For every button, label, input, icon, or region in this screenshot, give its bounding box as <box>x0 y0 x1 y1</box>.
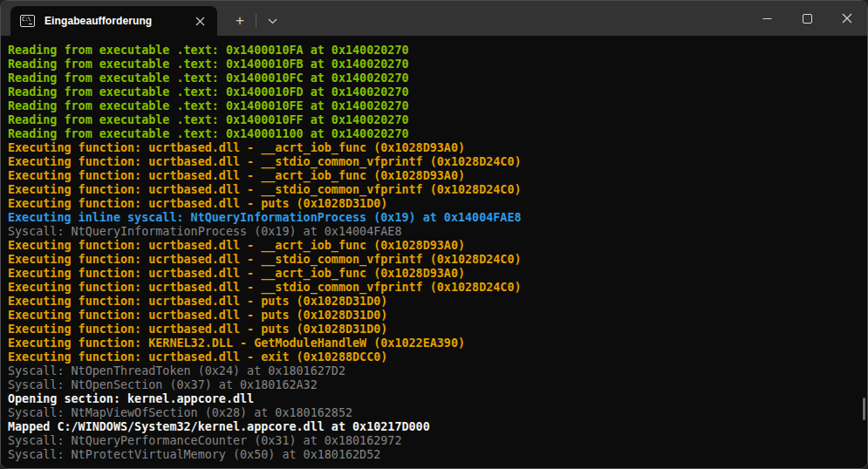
command-prompt-icon-cursor <box>29 24 32 25</box>
terminal-line: Syscall: NtQueryInformationProcess (0x19… <box>8 225 860 239</box>
terminal-line: Executing function: ucrtbased.dll - exit… <box>8 350 860 364</box>
terminal-line: Executing function: ucrtbased.dll - __st… <box>8 183 860 197</box>
close-button[interactable] <box>827 1 867 36</box>
terminal-line: Syscall: NtMapViewOfSection (0x28) at 0x… <box>8 406 860 420</box>
minimize-button[interactable] <box>747 1 787 36</box>
terminal-line: Reading from executable .text: 0x1400010… <box>8 113 860 127</box>
command-prompt-icon: C:\ <box>20 15 35 27</box>
terminal-line: Executing function: ucrtbased.dll - __st… <box>8 281 860 295</box>
title-bar[interactable]: C:\ Eingabeaufforderung + <box>1 1 867 36</box>
terminal-line: Executing function: ucrtbased.dll - puts… <box>8 197 860 211</box>
terminal-line: Syscall: NtOpenThreadToken (0x24) at 0x1… <box>8 364 860 378</box>
maximize-button[interactable] <box>787 1 827 36</box>
close-icon <box>842 13 852 24</box>
terminal-line: Executing function: ucrtbased.dll - puts… <box>8 323 860 336</box>
terminal-line: Executing function: ucrtbased.dll - puts… <box>8 295 860 309</box>
terminal-line: Executing function: ucrtbased.dll - __st… <box>8 155 860 169</box>
terminal-line: Reading from executable .text: 0x1400010… <box>8 44 860 58</box>
terminal-line: Syscall: NtProtectVirtualMemory (0x50) a… <box>8 448 860 462</box>
tab-close-icon[interactable] <box>189 10 210 31</box>
terminal-line: Reading from executable .text: 0x1400010… <box>8 58 860 71</box>
tab-bar-separator <box>256 14 256 28</box>
terminal-line: Executing inline syscall: NtQueryInforma… <box>8 211 860 225</box>
terminal-line: Syscall: NtOpenSection (0x37) at 0x18016… <box>8 378 860 392</box>
terminal-window: C:\ Eingabeaufforderung + <box>0 0 868 469</box>
terminal-line: Reading from executable .text: 0x1400011… <box>8 127 860 141</box>
terminal-line: Executing function: KERNEL32.DLL - GetMo… <box>8 336 860 350</box>
new-tab-button[interactable]: + <box>226 9 254 33</box>
chevron-down-icon <box>268 18 277 24</box>
command-prompt-icon-text: C:\ <box>22 17 31 23</box>
terminal-line: Executing function: ucrtbased.dll - __st… <box>8 253 860 267</box>
terminal-line: Executing function: ucrtbased.dll - __ac… <box>8 169 860 183</box>
terminal-line: Executing function: ucrtbased.dll - __ac… <box>8 239 860 253</box>
terminal-output[interactable]: Reading from executable .text: 0x1400010… <box>1 36 867 468</box>
terminal-line: Syscall: NtQueryPerformanceCounter (0x31… <box>8 434 860 448</box>
terminal-line: Reading from executable .text: 0x1400010… <box>8 99 860 113</box>
tab-title: Eingabeaufforderung <box>44 15 189 27</box>
tab-eingabeaufforderung[interactable]: C:\ Eingabeaufforderung <box>10 6 217 36</box>
terminal-line: Opening section: kernel.appcore.dll <box>8 392 860 406</box>
scrollbar-thumb[interactable] <box>863 398 865 420</box>
terminal-lines: Reading from executable .text: 0x1400010… <box>8 44 860 462</box>
minimize-icon <box>762 14 772 24</box>
terminal-line: Mapped C:/WINDOWS/System32/kernel.appcor… <box>8 420 860 434</box>
titlebar-drag-region[interactable] <box>286 1 747 36</box>
terminal-line: Reading from executable .text: 0x1400010… <box>8 85 860 99</box>
terminal-line: Executing function: ucrtbased.dll - __ac… <box>8 141 860 155</box>
maximize-icon <box>803 14 812 24</box>
terminal-line: Executing function: ucrtbased.dll - __ac… <box>8 267 860 281</box>
tab-dropdown-button[interactable] <box>258 9 286 33</box>
terminal-line: Executing function: ucrtbased.dll - puts… <box>8 309 860 323</box>
terminal-line: Reading from executable .text: 0x1400010… <box>8 71 860 85</box>
